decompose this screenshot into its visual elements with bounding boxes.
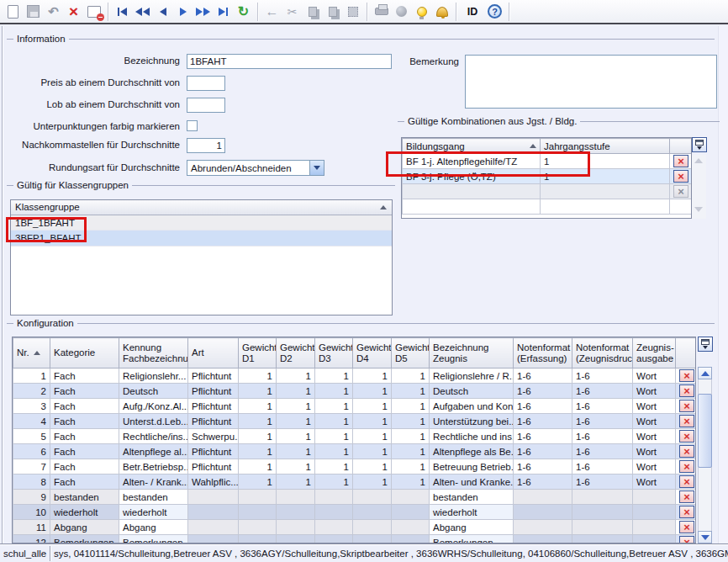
column-header-bezeichnung[interactable]: BezeichnungZeugnis xyxy=(430,338,514,368)
cell-bezeichnung[interactable]: Bemerkungen xyxy=(430,535,514,544)
cell-d2[interactable] xyxy=(277,520,315,535)
cell-bezeichnung[interactable]: Aufgaben und Kon... xyxy=(430,399,514,414)
cell-kennung[interactable]: Bemerkungen xyxy=(119,535,188,544)
cell-nf_zeugnisdruck[interactable]: 1-6 xyxy=(572,429,633,444)
cell-art[interactable]: Pflichtunt xyxy=(188,444,239,459)
rundungsart-select[interactable]: Abrunden/Abschneiden xyxy=(187,160,324,176)
column-header-nr[interactable]: Nr. xyxy=(13,338,50,368)
fast-forward-button[interactable] xyxy=(193,2,213,21)
cell-nf_zeugnisdruck[interactable]: 1-6 xyxy=(572,399,633,414)
delete-row-button[interactable]: × xyxy=(679,521,694,533)
cell-kategorie[interactable]: wiederholt xyxy=(50,505,119,520)
cell-d5[interactable]: 1 xyxy=(392,475,430,490)
konfiguration-row[interactable]: 8FachAlten- / Krank...Wahlpflic...11111A… xyxy=(13,475,696,490)
konfiguration-row[interactable]: 5FachRechtliche/ins...Schwerpu...11111Re… xyxy=(13,429,696,444)
cell-art[interactable] xyxy=(188,505,239,520)
cell-d1[interactable]: 1 xyxy=(239,444,277,459)
cut-button[interactable]: ✂ xyxy=(282,2,302,21)
lob-input[interactable] xyxy=(187,98,225,113)
hint-button[interactable] xyxy=(412,2,431,21)
delete-row-button[interactable]: × xyxy=(679,475,694,488)
cell-kennung[interactable]: Unterst.d.Leb... xyxy=(119,414,188,429)
column-header-ausgabe[interactable]: Zeugnis-ausgabe xyxy=(633,338,676,368)
cell-d4[interactable]: 1 xyxy=(353,368,392,384)
delete-row-button[interactable]: × xyxy=(679,400,694,412)
delete-row-button[interactable]: × xyxy=(673,185,688,198)
column-header-kategorie[interactable]: Kategorie xyxy=(50,338,119,368)
cell-kategorie[interactable]: Fach xyxy=(50,399,119,414)
cell-d3[interactable]: 1 xyxy=(315,384,353,399)
cell-kategorie[interactable]: Fach xyxy=(50,429,119,444)
cell-nf_zeugnisdruck[interactable]: 1-6 xyxy=(572,475,633,490)
cell-kennung[interactable]: Betr.Betriebsp... xyxy=(119,459,188,475)
cell-ausgabe[interactable]: Wort xyxy=(633,414,676,429)
konfiguration-row[interactable]: 7FachBetr.Betriebsp...Pflichtunt11111Bet… xyxy=(13,459,696,475)
cell-ausgabe[interactable] xyxy=(633,490,676,505)
cell-kennung[interactable]: bestanden xyxy=(119,490,188,505)
cell-d2[interactable]: 1 xyxy=(277,429,315,444)
konfiguration-row[interactable]: 1FachReligionslehr...Pflichtunt11111Reli… xyxy=(13,368,696,384)
bemerkung-textarea[interactable] xyxy=(465,55,717,109)
cell-d5[interactable]: 1 xyxy=(392,459,430,475)
cell-nr[interactable]: 9 xyxy=(13,490,50,505)
cell-nr[interactable]: 7 xyxy=(13,459,50,475)
table-settings-button[interactable] xyxy=(698,337,713,352)
cell-kennung[interactable]: Deutsch xyxy=(119,384,188,399)
cell-d2[interactable]: 1 xyxy=(277,368,315,384)
cell-nf_zeugnisdruck[interactable]: 1-6 xyxy=(572,444,633,459)
delete-row-button[interactable]: × xyxy=(679,430,694,443)
cell-d3[interactable] xyxy=(315,520,353,535)
cell-d3[interactable]: 1 xyxy=(315,368,353,384)
cell-ausgabe[interactable]: Wort xyxy=(633,368,676,384)
next-record-button[interactable] xyxy=(173,2,193,21)
cell-d4[interactable] xyxy=(353,520,392,535)
cell-d3[interactable]: 1 xyxy=(315,444,353,459)
cell-nf_erfassung[interactable]: 1-6 xyxy=(514,429,572,444)
cell-d3[interactable]: 1 xyxy=(315,414,353,429)
cell-nf_erfassung[interactable]: 1-6 xyxy=(514,414,572,429)
cell-kennung[interactable]: Aufg./Konz.Al... xyxy=(119,399,188,414)
cell-bezeichnung[interactable]: Rechtliche und ins... xyxy=(430,429,514,444)
cell-d5[interactable]: 1 xyxy=(392,429,430,444)
konfiguration-row[interactable]: 3FachAufg./Konz.Al...Pflichtunt11111Aufg… xyxy=(13,399,696,414)
cell-d1[interactable]: 1 xyxy=(239,459,277,475)
copy-button[interactable] xyxy=(303,2,322,21)
scroll-up-icon[interactable] xyxy=(694,158,703,163)
cell-kategorie[interactable]: Fach xyxy=(50,459,119,475)
cell-d1[interactable]: 1 xyxy=(239,475,277,490)
cell-art[interactable] xyxy=(188,490,239,505)
cell-d5[interactable] xyxy=(392,535,430,544)
cell-nf_erfassung[interactable] xyxy=(514,505,572,520)
cell-ausgabe[interactable]: Wort xyxy=(633,444,676,459)
remove-form-button[interactable] xyxy=(84,2,103,21)
cell-ausgabe[interactable] xyxy=(633,505,676,520)
previous-record-button[interactable] xyxy=(153,2,172,21)
cell-nf_erfassung[interactable]: 1-6 xyxy=(514,399,572,414)
cell-art[interactable]: Pflichtunt xyxy=(188,399,239,414)
cell-d4[interactable] xyxy=(353,505,392,520)
cell-d3[interactable]: 1 xyxy=(315,399,353,414)
cell-d4[interactable]: 1 xyxy=(353,444,392,459)
cell-nf_zeugnisdruck[interactable]: 1-6 xyxy=(572,368,633,384)
cell-nr[interactable]: 1 xyxy=(13,368,50,384)
scrollbar-thumb[interactable] xyxy=(698,394,712,468)
konfiguration-row[interactable]: 2FachDeutschPflichtunt11111Deutsch1-61-6… xyxy=(13,384,696,399)
cell-nf_zeugnisdruck[interactable]: 1-6 xyxy=(572,459,633,475)
cell-d1[interactable] xyxy=(239,490,277,505)
cell-nr[interactable]: 3 xyxy=(13,399,50,414)
cell-nr[interactable]: 11 xyxy=(13,520,50,535)
delete-row-button[interactable]: × xyxy=(673,155,688,167)
cell-bezeichnung[interactable]: wiederholt xyxy=(430,505,514,520)
delete-row-button[interactable]: × xyxy=(679,506,694,518)
cell-d5[interactable] xyxy=(392,490,430,505)
cell-nf_zeugnisdruck[interactable] xyxy=(572,535,633,544)
duplicate-button[interactable] xyxy=(323,2,342,21)
column-header-d1[interactable]: GewichtD1 xyxy=(239,338,277,368)
table-settings-button[interactable] xyxy=(692,137,707,152)
delete-row-button[interactable]: × xyxy=(679,490,694,503)
cell-art[interactable] xyxy=(188,535,239,544)
konfiguration-row[interactable]: 4FachUnterst.d.Leb...Pflichtunt11111Unte… xyxy=(13,414,696,429)
unterpunktungen-checkbox[interactable] xyxy=(187,120,198,131)
cell-kennung[interactable]: Religionslehr... xyxy=(119,368,188,384)
kombination-row[interactable]: × xyxy=(403,184,692,199)
